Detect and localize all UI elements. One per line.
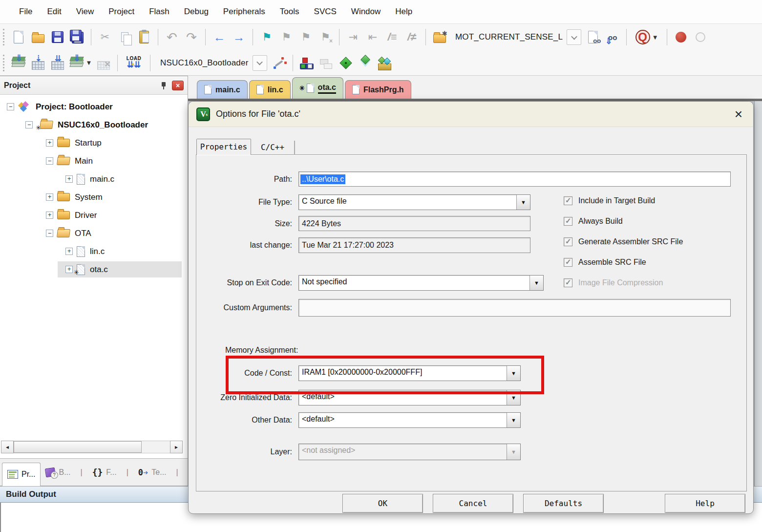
checked-checkbox-icon[interactable] xyxy=(564,217,572,226)
new-file-icon[interactable] xyxy=(10,29,27,45)
scroll-right-icon[interactable]: ▸ xyxy=(170,441,183,453)
checked-checkbox-icon[interactable] xyxy=(564,196,572,205)
expand-icon[interactable]: + xyxy=(65,266,73,273)
search-combo-dropdown[interactable] xyxy=(567,29,581,45)
clear-bookmarks-icon[interactable]: ⚑× xyxy=(317,29,334,45)
dropdown-arrow-icon[interactable] xyxy=(516,195,530,210)
tab-properties[interactable]: Properties xyxy=(196,139,251,155)
tree-item-nsuc16x0-bootloader[interactable]: − ✳ NSUC16x0_Bootloader xyxy=(0,116,188,134)
tree-item-ota-c[interactable]: + ✳ ota.c xyxy=(0,260,188,278)
project-horizontal-scrollbar[interactable]: ◂ ▸ xyxy=(1,440,183,454)
manage-project-items-icon[interactable] xyxy=(298,55,315,71)
pack-installer-icon[interactable] xyxy=(377,55,393,71)
file-type-combo[interactable]: C Source file xyxy=(298,194,530,210)
quick-find-icon[interactable]: Q▼ xyxy=(632,29,661,45)
checked-checkbox-icon[interactable] xyxy=(564,258,572,267)
dialog-title-bar[interactable]: Vs Options for File 'ota.c' × xyxy=(189,102,753,127)
toolbar-grip[interactable] xyxy=(3,29,5,45)
stop-on-exit-combo[interactable]: Not specified xyxy=(298,275,544,291)
tab-templates-view[interactable]: 0➔ Te... xyxy=(133,464,171,481)
tree-item-main[interactable]: − Main xyxy=(0,152,188,170)
outdent-icon[interactable]: ⇤ xyxy=(364,29,381,45)
help-button[interactable]: Help xyxy=(665,494,745,513)
previous-bookmark-icon[interactable]: ⚑ xyxy=(297,29,314,45)
assemble-src-file-checkbox[interactable]: Assemble SRC File xyxy=(564,258,646,267)
options-for-target-icon[interactable] xyxy=(271,55,287,71)
cut-icon[interactable]: ✂ xyxy=(97,29,113,45)
target-combo-dropdown[interactable] xyxy=(253,55,267,71)
tree-item-startup[interactable]: + Startup xyxy=(0,134,188,152)
close-panel-icon[interactable]: × xyxy=(172,81,184,90)
menu-tools[interactable]: Tools xyxy=(273,4,307,20)
tree-item-project-bootloader[interactable]: − Project: Bootloader xyxy=(0,98,188,116)
insert-bookmark-icon[interactable]: ⚑ xyxy=(258,29,275,45)
collapse-icon[interactable]: − xyxy=(46,157,53,165)
find-in-files-icon[interactable]: ✱ xyxy=(431,29,448,45)
tree-item-ota[interactable]: − OTA xyxy=(0,224,188,242)
select-software-packs-icon[interactable] xyxy=(357,55,374,71)
cancel-button[interactable]: Cancel xyxy=(433,494,513,513)
tab-project-view[interactable]: Pr... xyxy=(2,463,41,486)
scroll-left-icon[interactable]: ◂ xyxy=(1,441,14,453)
menu-debug[interactable]: Debug xyxy=(177,4,216,20)
tab-functions-view[interactable]: {} F... xyxy=(87,463,122,481)
manage-rte-icon[interactable] xyxy=(338,55,354,71)
stop-build-icon[interactable]: × xyxy=(95,55,112,71)
tab-main-c[interactable]: main.c xyxy=(197,80,248,99)
menu-edit[interactable]: Edit xyxy=(40,4,68,20)
expand-icon[interactable]: + xyxy=(65,175,73,183)
generate-assembler-src-checkbox[interactable]: Generate Assembler SRC File xyxy=(564,237,683,246)
comment-icon[interactable]: /≡ xyxy=(384,29,401,45)
expand-icon[interactable]: + xyxy=(46,193,53,201)
copy-icon[interactable] xyxy=(116,29,133,45)
indent-icon[interactable]: ⇥ xyxy=(345,29,361,45)
scrollbar-thumb[interactable] xyxy=(14,441,142,453)
next-bookmark-icon[interactable]: ⚑ xyxy=(278,29,295,45)
tab-ota-c[interactable]: ✳ ota.c xyxy=(292,77,343,99)
tree-item-driver[interactable]: + Driver xyxy=(0,206,188,224)
checked-checkbox-icon[interactable] xyxy=(564,237,572,246)
scrollbar-track[interactable] xyxy=(14,441,170,453)
dropdown-arrow-icon[interactable] xyxy=(529,276,543,290)
open-file-icon[interactable] xyxy=(30,29,46,45)
search-term-combo[interactable]: MOT_CURRENT_SENSE_L xyxy=(451,29,581,45)
menu-file[interactable]: File xyxy=(12,4,40,20)
path-field[interactable]: ..\User\ota.c xyxy=(298,171,731,187)
incremental-find-icon[interactable]: oo⇓ xyxy=(604,29,621,45)
kill-breakpoints-icon[interactable] xyxy=(692,29,709,45)
save-all-icon[interactable] xyxy=(69,29,85,45)
tab-lin-c[interactable]: lin.c xyxy=(249,80,291,99)
uncomment-icon[interactable]: /≠ xyxy=(403,29,420,45)
menu-help[interactable]: Help xyxy=(388,4,420,20)
close-icon[interactable]: × xyxy=(732,108,745,121)
tree-item-lin-c[interactable]: + lin.c xyxy=(0,242,188,260)
menu-window[interactable]: Window xyxy=(344,4,388,20)
navigate-back-icon[interactable]: ← xyxy=(211,29,228,45)
defaults-button[interactable]: Defaults xyxy=(523,494,604,513)
translate-icon[interactable]: ⇓ xyxy=(10,55,27,71)
undo-icon[interactable]: ↶ xyxy=(164,29,180,45)
ok-button[interactable]: OK xyxy=(342,494,423,513)
collapse-icon[interactable]: − xyxy=(25,121,33,128)
target-select-combo[interactable]: NSUC16x0_Bootloader xyxy=(156,55,267,71)
include-in-target-build-checkbox[interactable]: Include in Target Build xyxy=(564,196,655,205)
dropdown-arrow-icon[interactable] xyxy=(507,366,520,381)
editor-vertical-scrollbar[interactable] xyxy=(754,101,762,486)
menu-flash[interactable]: Flash xyxy=(142,4,177,20)
tree-item-main-c[interactable]: + main.c xyxy=(0,170,188,188)
toggle-breakpoint-icon[interactable] xyxy=(673,29,689,45)
other-data-combo[interactable]: <default> xyxy=(298,412,521,428)
download-icon[interactable]: LOAD⇊⇊✦ xyxy=(123,55,145,71)
batch-build-icon[interactable]: ⇓▼ xyxy=(69,55,92,71)
rebuild-icon[interactable]: ⇊ xyxy=(49,55,66,71)
code-const-combo[interactable]: IRAM1 [0x20000000-0x20000FFF] xyxy=(298,365,521,381)
find-next-icon[interactable]: oo xyxy=(585,29,601,45)
menu-svcs[interactable]: SVCS xyxy=(307,4,344,20)
save-icon[interactable] xyxy=(49,29,66,45)
tab-books-view[interactable]: B... xyxy=(41,464,75,481)
collapse-icon[interactable]: − xyxy=(7,103,14,110)
tree-item-system[interactable]: + System xyxy=(0,188,188,206)
dropdown-arrow-icon[interactable] xyxy=(507,413,520,427)
tab-c-cpp[interactable]: C/C++ xyxy=(251,141,295,155)
toolbar-grip[interactable] xyxy=(3,55,5,71)
